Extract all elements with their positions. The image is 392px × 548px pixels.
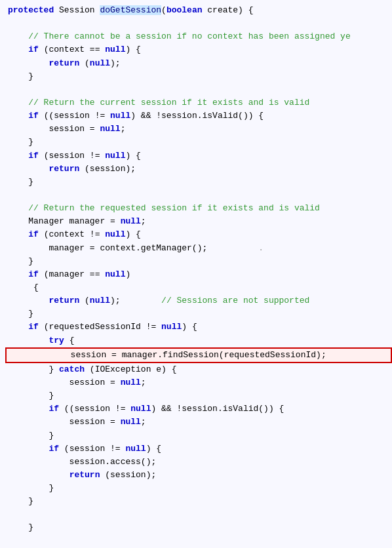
- code-line-11: }: [5, 176, 392, 189]
- code-container: protected Session doGetSession(boolean c…: [0, 0, 392, 548]
- code-line-comment2: // Return the current session if it exis…: [5, 96, 392, 109]
- code-line-14: manager = context.getManager(); .: [5, 242, 392, 255]
- code-line-17: {: [5, 281, 392, 294]
- code-line-highlighted: session = manager.findSession(requestedS…: [5, 347, 392, 363]
- code-line-29: session.access();: [5, 456, 392, 469]
- code-line-3: if (context == null) {: [5, 43, 392, 56]
- code-line-25: if ((session != null) && !session.isVali…: [5, 402, 392, 416]
- code-line-7: session = null;: [5, 123, 392, 136]
- code-line-comment3: // Return the requested session if it ex…: [5, 202, 392, 215]
- code-line-32: }: [5, 495, 392, 508]
- code-line-blank3: [5, 189, 392, 202]
- code-line-comment1: // There cannot be a session if no conte…: [5, 30, 392, 43]
- code-line-6: if ((session != null) && !session.isVali…: [5, 109, 392, 123]
- code-line-13: if (context != null) {: [5, 228, 392, 241]
- code-line-9: if (session != null) {: [5, 149, 392, 163]
- code-line-21: try {: [5, 334, 392, 347]
- code-line-4: return (null);: [5, 57, 392, 70]
- code-line-8: }: [5, 136, 392, 149]
- code-line-1: protected Session doGetSession(boolean c…: [5, 4, 392, 17]
- code-line-19: }: [5, 307, 392, 321]
- code-line-blank4: [5, 508, 392, 521]
- code-line-15: }: [5, 255, 392, 268]
- code-line-10: return (session);: [5, 163, 392, 176]
- code-line-22: } catch (IOException e) {: [5, 363, 392, 376]
- code-line-12: Manager manager = null;: [5, 215, 392, 228]
- code-line-16: if (manager == null): [5, 268, 392, 281]
- code-line-blank1: [5, 17, 392, 30]
- code-line-31: }: [5, 482, 392, 495]
- code-line-blank5: [5, 535, 392, 548]
- code-line-33: }: [5, 521, 392, 534]
- code-line-20: if (requestedSessionId != null) {: [5, 321, 392, 334]
- code-line-5: }: [5, 70, 392, 83]
- code-line-27: }: [5, 429, 392, 442]
- code-line-blank2: [5, 83, 392, 96]
- code-line-18: return (null); // Sessions are not suppo…: [5, 294, 392, 307]
- code-line-24: }: [5, 389, 392, 402]
- code-line-26: session = null;: [5, 416, 392, 429]
- code-line-23: session = null;: [5, 376, 392, 389]
- code-line-28: if (session != null) {: [5, 442, 392, 456]
- code-line-30: return (session);: [5, 469, 392, 482]
